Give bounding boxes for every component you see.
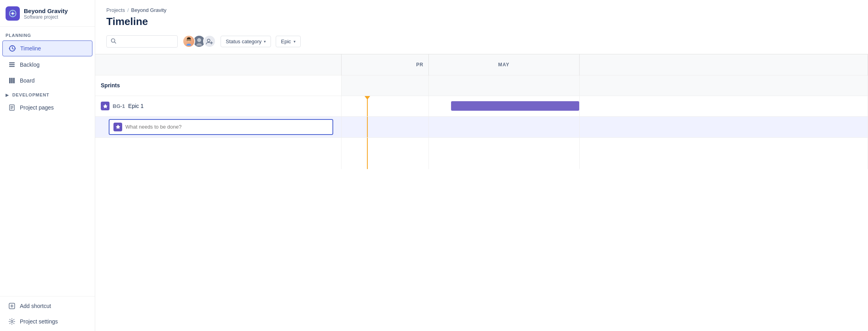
epic-filter[interactable]: Epic ▾ bbox=[276, 36, 300, 47]
epic-icon bbox=[101, 102, 109, 110]
chevron-right-icon: ▶ bbox=[6, 93, 9, 97]
timeline-row-empty bbox=[95, 137, 868, 169]
avatar-add-user[interactable] bbox=[203, 35, 216, 48]
new-item-epic-icon bbox=[113, 123, 122, 131]
sprints-may-cell bbox=[428, 75, 579, 96]
timeline-header-row: PR MAY bbox=[95, 54, 868, 75]
sidebar-item-backlog-label: Backlog bbox=[20, 62, 40, 68]
backlog-icon bbox=[8, 61, 16, 69]
input-extra-cell bbox=[579, 116, 868, 137]
epic-id: BG-1 bbox=[113, 103, 125, 109]
svg-marker-31 bbox=[116, 125, 120, 129]
timeline-row-sprints: Sprints bbox=[95, 75, 868, 96]
svg-rect-10 bbox=[13, 78, 15, 83]
settings-icon bbox=[8, 318, 16, 325]
sidebar-item-board[interactable]: Board bbox=[2, 73, 92, 88]
epic1-may-cell bbox=[428, 96, 579, 116]
breadcrumb-current: Beyond Gravity bbox=[131, 7, 167, 13]
breadcrumb: Projects / Beyond Gravity bbox=[106, 7, 857, 13]
timeline-month-may: MAY bbox=[428, 54, 579, 75]
epic1-apr-cell bbox=[341, 96, 428, 116]
sidebar-item-backlog[interactable]: Backlog bbox=[2, 57, 92, 72]
project-info: Beyond Gravity Software project bbox=[24, 8, 68, 20]
board-icon bbox=[8, 77, 16, 85]
main-header: Projects / Beyond Gravity Timeline bbox=[95, 0, 868, 54]
breadcrumb-separator: / bbox=[127, 7, 129, 13]
empty-extra-cell bbox=[579, 137, 868, 169]
svg-point-1 bbox=[12, 13, 14, 15]
sidebar-item-project-pages-label: Project pages bbox=[20, 104, 54, 111]
main-content: Projects / Beyond Gravity Timeline bbox=[95, 0, 868, 331]
sidebar-item-board-label: Board bbox=[20, 77, 35, 84]
search-icon bbox=[111, 38, 116, 45]
sidebar-item-timeline[interactable]: Timeline bbox=[2, 40, 92, 56]
avatar-group bbox=[182, 35, 216, 48]
epic1-label-cell: BG-1 Epic 1 bbox=[95, 96, 341, 116]
timeline-month-extra bbox=[579, 54, 868, 75]
status-category-chevron-icon: ▾ bbox=[264, 39, 266, 44]
today-line bbox=[367, 96, 368, 116]
sprints-label-cell: Sprints bbox=[95, 75, 341, 96]
svg-point-26 bbox=[197, 38, 201, 42]
sidebar-bottom: Add shortcut Project settings bbox=[0, 296, 95, 331]
svg-line-20 bbox=[115, 42, 116, 43]
sidebar-header: Beyond Gravity Software project bbox=[0, 0, 95, 27]
sidebar-item-add-shortcut[interactable]: Add shortcut bbox=[2, 298, 92, 314]
today-line-empty bbox=[367, 138, 368, 169]
epic1-bar bbox=[451, 101, 579, 111]
status-category-filter[interactable]: Status category ▾ bbox=[221, 36, 271, 47]
new-item-input[interactable] bbox=[125, 124, 328, 130]
project-logo bbox=[6, 6, 20, 21]
empty-label-cell bbox=[95, 137, 341, 169]
sidebar-item-add-shortcut-label: Add shortcut bbox=[20, 303, 51, 309]
project-name: Beyond Gravity bbox=[24, 8, 68, 14]
sprints-apr-cell bbox=[341, 75, 428, 96]
development-section-label: Development bbox=[12, 92, 49, 97]
timeline-row-input bbox=[95, 116, 868, 137]
empty-may-cell bbox=[428, 137, 579, 169]
status-category-label: Status category bbox=[226, 38, 261, 44]
search-input[interactable] bbox=[119, 38, 173, 44]
sidebar-item-timeline-label: Timeline bbox=[20, 45, 41, 52]
svg-rect-8 bbox=[9, 78, 11, 83]
sidebar-item-project-settings[interactable]: Project settings bbox=[2, 314, 92, 329]
breadcrumb-projects[interactable]: Projects bbox=[106, 7, 125, 13]
project-pages-icon bbox=[8, 104, 16, 112]
svg-rect-9 bbox=[11, 78, 13, 83]
svg-marker-30 bbox=[103, 104, 108, 108]
timeline-table: PR MAY Sprints bbox=[95, 54, 868, 169]
svg-rect-6 bbox=[9, 64, 15, 65]
timeline-row-epic1: BG-1 Epic 1 bbox=[95, 96, 868, 116]
page-title: Timeline bbox=[106, 15, 857, 28]
epic1-extra-cell bbox=[579, 96, 868, 116]
timeline-month-apr: PR bbox=[341, 54, 428, 75]
today-line-input bbox=[367, 117, 368, 137]
epic-chevron-icon: ▾ bbox=[294, 39, 296, 44]
toolbar: Status category ▾ Epic ▾ bbox=[106, 35, 857, 48]
timeline-icon bbox=[8, 44, 16, 52]
add-shortcut-icon bbox=[8, 302, 16, 310]
development-section[interactable]: ▶ Development bbox=[0, 89, 95, 100]
svg-rect-5 bbox=[9, 62, 15, 64]
input-may-cell bbox=[428, 116, 579, 137]
sidebar-navigation: Planning Timeline Ba bbox=[0, 27, 95, 331]
sidebar-item-project-pages[interactable]: Project pages bbox=[2, 100, 92, 115]
timeline-label-col-header bbox=[95, 54, 341, 75]
project-type: Software project bbox=[24, 14, 68, 20]
timeline-container: PR MAY Sprints bbox=[95, 54, 868, 331]
sidebar: Beyond Gravity Software project Planning… bbox=[0, 0, 95, 331]
svg-point-18 bbox=[11, 321, 13, 323]
svg-point-27 bbox=[207, 39, 210, 42]
epic1-label: BG-1 Epic 1 bbox=[101, 102, 336, 110]
input-apr-cell bbox=[341, 116, 428, 137]
planning-section-label: Planning bbox=[0, 27, 95, 40]
svg-rect-7 bbox=[9, 66, 15, 67]
input-label-cell bbox=[95, 116, 341, 137]
sprints-extra-cell bbox=[579, 75, 868, 96]
new-item-input-container[interactable] bbox=[109, 119, 333, 135]
empty-apr-cell bbox=[341, 137, 428, 169]
search-box[interactable] bbox=[106, 35, 178, 48]
epic-label: Epic bbox=[281, 38, 291, 44]
sidebar-item-project-settings-label: Project settings bbox=[20, 318, 58, 325]
avatar-user1[interactable] bbox=[182, 35, 195, 48]
